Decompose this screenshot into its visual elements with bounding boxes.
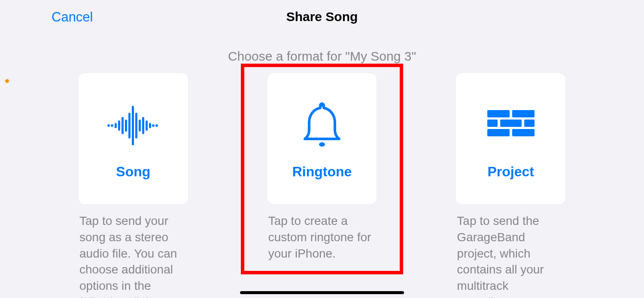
cancel-button[interactable]: Cancel	[52, 9, 93, 25]
song-card[interactable]: Song	[79, 73, 188, 204]
home-indicator[interactable]	[240, 291, 404, 294]
project-label: Project	[487, 164, 534, 180]
bricks-icon	[487, 98, 535, 154]
svg-rect-16	[487, 110, 510, 117]
ringtone-label: Ringtone	[292, 164, 352, 180]
svg-rect-9	[139, 120, 141, 132]
option-project: Project Tap to send the GarageBand proje…	[456, 73, 565, 298]
project-description: Tap to send the GarageBand project, whic…	[456, 213, 565, 298]
svg-rect-11	[146, 120, 148, 131]
song-description: Tap to send your song as a stereo audio …	[79, 213, 188, 298]
svg-rect-7	[132, 106, 134, 145]
svg-rect-20	[524, 120, 535, 127]
option-ringtone: Ringtone Tap to create a custom ringtone…	[267, 73, 377, 298]
option-song: Song Tap to send your song as a stereo a…	[79, 73, 188, 298]
svg-rect-10	[142, 117, 144, 134]
svg-rect-4	[122, 117, 124, 134]
subtitle: Choose a format for "My Song 3"	[0, 49, 644, 64]
svg-rect-8	[135, 113, 137, 138]
svg-point-0	[107, 124, 110, 127]
project-card[interactable]: Project	[456, 73, 565, 204]
header: Cancel Share Song	[0, 0, 644, 27]
bell-icon	[301, 98, 343, 154]
svg-rect-6	[128, 113, 131, 138]
svg-point-15	[319, 142, 325, 147]
svg-point-14	[155, 124, 158, 127]
svg-rect-12	[149, 123, 151, 128]
ringtone-card[interactable]: Ringtone	[267, 73, 377, 204]
options-row: Song Tap to send your song as a stereo a…	[0, 73, 644, 298]
svg-rect-5	[125, 120, 127, 132]
svg-rect-3	[118, 120, 120, 131]
waveform-icon	[105, 98, 161, 154]
svg-point-13	[152, 124, 155, 127]
svg-point-1	[111, 124, 113, 127]
svg-rect-21	[487, 129, 510, 136]
svg-rect-18	[487, 120, 498, 127]
svg-rect-17	[512, 110, 535, 117]
status-indicator-dot	[5, 79, 9, 83]
svg-rect-19	[500, 120, 522, 127]
page-title: Share Song	[286, 9, 358, 24]
svg-rect-22	[512, 129, 535, 136]
song-label: Song	[116, 164, 150, 180]
svg-rect-2	[115, 123, 117, 128]
ringtone-description: Tap to create a custom ringtone for your…	[267, 213, 377, 261]
